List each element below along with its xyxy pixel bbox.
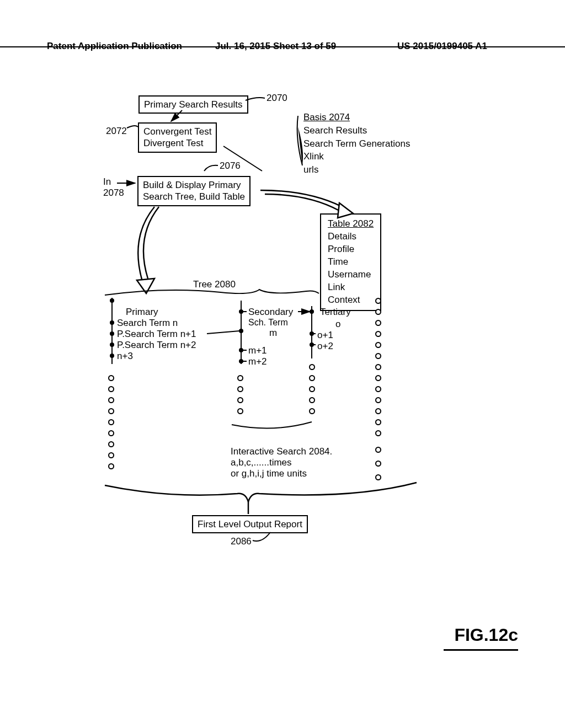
ref-2086: 2086: [231, 536, 252, 547]
dot: [375, 320, 381, 326]
box2072-line2: Divergent Test: [143, 137, 211, 149]
dot: [108, 397, 114, 403]
interactive-l1: Interactive Search 2084.: [231, 446, 332, 457]
box-primary-search-results: Primary Search Results: [138, 95, 248, 114]
dot: [375, 353, 381, 359]
tree-tertiary-2: o: [335, 319, 340, 330]
tree-primary-3: P.Search Term n+1: [117, 329, 196, 340]
tree-tertiary-1: Tertiary: [320, 307, 351, 318]
dot: [237, 375, 243, 381]
dot: [108, 386, 114, 392]
dot: [309, 386, 315, 392]
tree-secondary-2: Sch. Term: [248, 318, 288, 328]
dot: [375, 397, 381, 403]
table-l1: Details: [328, 231, 374, 243]
dot: [237, 408, 243, 414]
tree-secondary-1: Secondary: [248, 307, 293, 318]
dot: [375, 430, 381, 436]
interactive-l2: a,b,c,......times: [231, 457, 332, 468]
svg-point-5: [110, 320, 114, 325]
dot: [375, 474, 381, 480]
dot: [375, 342, 381, 348]
table-title: Table 2082: [328, 218, 374, 231]
svg-line-18: [207, 331, 239, 334]
ref-2072: 2072: [106, 126, 127, 137]
tree-secondary-3: m: [269, 328, 277, 339]
interactive-search: Interactive Search 2084. a,b,c,......tim…: [231, 446, 332, 479]
dot: [309, 408, 315, 414]
ref-2070: 2070: [266, 93, 287, 104]
svg-point-10: [239, 309, 243, 314]
table-l5: Link: [328, 281, 374, 294]
table-2082: Table 2082 Details Profile Time Username…: [320, 213, 381, 311]
svg-point-12: [239, 348, 243, 352]
dot: [309, 375, 315, 381]
svg-point-17: [310, 342, 314, 347]
header-date-sheet: Jul. 16, 2015 Sheet 13 of 59: [215, 41, 336, 52]
header-publication: Patent Application Publication: [47, 41, 182, 52]
dot: [108, 419, 114, 425]
table-l4: Username: [328, 269, 374, 281]
box2076-line2: Search Tree, Build Table: [143, 191, 245, 202]
box2076-line1: Build & Display Primary: [143, 179, 245, 191]
dot: [108, 463, 114, 469]
tree-secondary-5: m+2: [248, 356, 267, 367]
dot: [375, 331, 381, 337]
ref-2076: 2076: [220, 160, 241, 172]
dot: [375, 447, 381, 453]
dot: [375, 386, 381, 392]
tree-secondary-4: m+1: [248, 345, 267, 356]
svg-point-6: [110, 331, 114, 336]
dot: [309, 364, 315, 370]
box-first-level-output: First Level Output Report: [192, 515, 308, 533]
tree-primary-2: Search Term n: [117, 318, 178, 329]
dot: [309, 397, 315, 403]
tree-primary-5: n+3: [117, 351, 133, 362]
basis-l3: Xlink: [303, 150, 410, 163]
tree-tertiary-3: o+1: [317, 330, 333, 341]
tree-tertiary-4: o+2: [317, 341, 333, 352]
basis-title: Basis 2074: [303, 111, 410, 124]
dot: [375, 461, 381, 467]
tree-primary-1: Primary: [126, 307, 158, 318]
svg-point-4: [110, 298, 114, 303]
table-l6: Context: [328, 294, 374, 307]
basis-l4: urls: [303, 163, 410, 176]
figure-label: FIG.12c: [454, 625, 518, 645]
svg-point-8: [110, 354, 114, 358]
figure-rule: [444, 649, 518, 651]
header-pub-number: US 2015/0199405 A1: [397, 41, 487, 52]
dot: [108, 452, 114, 458]
tree-primary-4: P.Search Term n+2: [117, 340, 196, 351]
in-2078: In 2078: [103, 176, 124, 199]
dot: [375, 298, 381, 304]
svg-point-15: [310, 309, 314, 314]
basis-l1: Search Results: [303, 124, 410, 137]
svg-point-7: [110, 342, 114, 347]
dot: [108, 375, 114, 381]
basis-block: Basis 2074 Search Results Search Term Ge…: [303, 111, 410, 176]
dot: [375, 375, 381, 381]
basis-l2: Search Term Generations: [303, 137, 410, 151]
dot: [108, 408, 114, 414]
table-l2: Profile: [328, 243, 374, 256]
tree-label: Tree 2080: [193, 279, 236, 290]
table-l3: Time: [328, 256, 374, 269]
box-build-display: Build & Display Primary Search Tree, Bui…: [137, 176, 250, 206]
dot: [375, 419, 381, 425]
svg-point-13: [239, 359, 243, 363]
in-2078-l2: 2078: [103, 188, 124, 199]
dot: [237, 397, 243, 403]
dot: [237, 386, 243, 392]
dot: [375, 408, 381, 414]
dot: [375, 364, 381, 370]
page-header: Patent Application Publication Jul. 16, …: [0, 43, 565, 47]
connector-overlay: [0, 0, 565, 728]
dot: [375, 309, 381, 315]
box2072-line1: Convergent Test: [143, 126, 211, 137]
interactive-l3: or g,h,i,j time units: [231, 468, 332, 479]
svg-point-16: [310, 331, 314, 336]
in-2078-l1: In: [103, 176, 124, 188]
dot: [108, 441, 114, 447]
box-convergent-divergent-test: Convergent Test Divergent Test: [138, 122, 217, 153]
